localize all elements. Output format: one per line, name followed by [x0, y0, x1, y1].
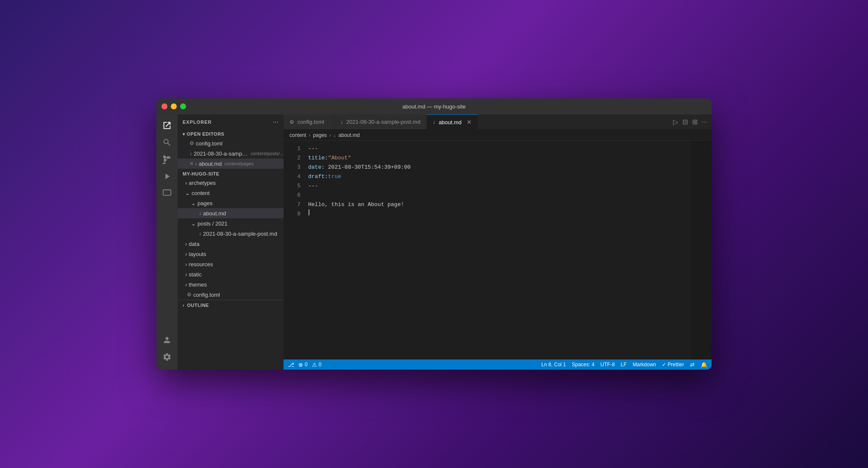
breadcrumb-file: about.md: [339, 132, 360, 138]
breadcrumb-sep-1: ›: [309, 132, 310, 138]
folder-pages-name: pages: [198, 200, 212, 206]
more-actions-icon[interactable]: ···: [702, 118, 707, 126]
status-branch[interactable]: ⎇: [288, 362, 294, 368]
status-encoding[interactable]: UTF-8: [601, 362, 615, 368]
sidebar-more-button[interactable]: ···: [273, 118, 278, 126]
tree-sample-post-name: 2021-08-30-a-sample-post.md: [203, 231, 277, 237]
run-debug-icon[interactable]: [159, 169, 175, 184]
bell-icon: 🔔: [701, 362, 707, 368]
open-editor-about-path: content/pages: [224, 161, 253, 166]
tab-config[interactable]: ⚙ config.toml: [284, 114, 334, 129]
status-right: Ln 8, Col 1 Spaces: 4 UTF-8 LF Markdown: [541, 362, 707, 368]
breadcrumb-file-icon: ↓: [334, 133, 336, 138]
code-line-1: ---: [308, 144, 690, 153]
tab-sample-post[interactable]: ↓ 2021-08-30-a-sample-post.md: [334, 114, 427, 129]
run-icon[interactable]: ▷: [673, 118, 678, 126]
language-label: Markdown: [633, 362, 656, 368]
folder-layouts[interactable]: › layouts: [178, 249, 284, 259]
file-close-icon[interactable]: ✕: [189, 161, 194, 167]
code-token: title: [308, 153, 325, 163]
sidebar-title: EXPLORER: [183, 120, 212, 125]
code-token: true: [328, 172, 341, 181]
folder-archetypes[interactable]: › archetypes: [178, 178, 284, 188]
code-token: ---: [308, 181, 318, 191]
encoding-label: UTF-8: [601, 362, 615, 368]
traffic-lights: [161, 103, 186, 109]
code-token: : 2021-08-30T15:54:39+09:00: [321, 163, 411, 172]
status-position[interactable]: Ln 8, Col 1: [541, 362, 566, 368]
file-blue-icon: ↓: [189, 150, 192, 156]
close-button[interactable]: [161, 103, 167, 109]
status-notifications[interactable]: 🔔: [701, 362, 707, 368]
status-remote[interactable]: ⇄: [690, 362, 695, 368]
chevron-right-icon-layouts: ›: [185, 251, 187, 257]
code-content[interactable]: --- title: "About" date: 2021-08-30T15:5…: [305, 141, 690, 359]
line-num-6: 6: [284, 191, 300, 200]
open-editors-chevron: ▾: [183, 132, 185, 136]
remote-explorer-icon[interactable]: [159, 186, 175, 201]
status-errors[interactable]: ⊗ 0 ⚠ 0: [298, 362, 321, 368]
tab-sample-post-icon: ↓: [340, 119, 343, 125]
tab-config-label: config.toml: [298, 119, 324, 125]
spaces-label: Spaces: 4: [572, 362, 594, 368]
line-ending-label: LF: [621, 362, 627, 368]
folder-archetypes-name: archetypes: [189, 180, 216, 186]
main-layout: EXPLORER ··· ▾ OPEN EDITORS ⚙ config.tom…: [156, 114, 712, 370]
sidebar-content: ▾ OPEN EDITORS ⚙ config.toml ↓ 2021-08-3…: [178, 130, 284, 370]
code-line-8: [308, 209, 690, 219]
folder-pages[interactable]: ⌄ pages: [178, 198, 284, 208]
folder-data[interactable]: › data: [178, 239, 284, 249]
line-num-7: 7: [284, 200, 300, 209]
status-spaces[interactable]: Spaces: 4: [572, 362, 594, 368]
status-bar: ⎇ ⊗ 0 ⚠ 0 Ln 8, Col 1 Spaces: 4: [284, 359, 712, 370]
tree-file-sample-post[interactable]: ↓ 2021-08-30-a-sample-post.md: [178, 228, 284, 239]
tab-about[interactable]: ↓ about.md ✕: [427, 114, 478, 129]
text-cursor: [309, 209, 309, 215]
status-left: ⎇ ⊗ 0 ⚠ 0: [288, 362, 321, 368]
status-formatter[interactable]: ✓ Prettier: [662, 362, 684, 368]
status-language[interactable]: Markdown: [633, 362, 656, 368]
editor-layout-icon[interactable]: ⊞: [692, 118, 698, 126]
search-icon[interactable]: [159, 135, 175, 150]
my-hugo-site-section[interactable]: MY-HUGO-SITE: [178, 169, 284, 178]
split-editor-icon[interactable]: ⊟: [682, 118, 688, 126]
open-editor-sample-post[interactable]: ↓ 2021-08-30-a-sample-post.md content/po…: [178, 148, 284, 159]
branch-icon: ⎇: [288, 362, 294, 368]
titlebar: about.md — my-hugo-site: [156, 98, 712, 114]
editor-area: ⚙ config.toml ↓ 2021-08-30-a-sample-post…: [284, 114, 712, 370]
folder-posts-2021[interactable]: ⌄ posts / 2021: [178, 218, 284, 228]
open-editor-config[interactable]: ⚙ config.toml: [178, 138, 284, 148]
line-num-4: 4: [284, 172, 300, 181]
minimize-button[interactable]: [171, 103, 177, 109]
formatter-label: ✓ Prettier: [662, 362, 684, 368]
folder-resources[interactable]: › resources: [178, 259, 284, 269]
outline-section[interactable]: › OUTLINE: [178, 300, 284, 310]
tree-file-about[interactable]: ↓ about.md: [178, 208, 284, 218]
tree-file-config[interactable]: ⚙ config.toml: [178, 290, 284, 300]
folder-themes[interactable]: › themes: [178, 279, 284, 290]
code-line-5: ---: [308, 181, 690, 191]
line-num-5: 5: [284, 181, 300, 191]
code-token: draft: [308, 172, 325, 181]
code-editor[interactable]: 1 2 3 4 5 6 7 8 --- title: "About": [284, 141, 712, 359]
position-label: Ln 8, Col 1: [541, 362, 566, 368]
explorer-icon[interactable]: [159, 118, 175, 133]
source-control-icon[interactable]: [159, 152, 175, 167]
settings-icon[interactable]: [159, 349, 175, 365]
tab-about-close[interactable]: ✕: [467, 119, 472, 125]
window-title: about.md — my-hugo-site: [402, 103, 466, 110]
account-icon[interactable]: [159, 332, 175, 348]
folder-data-name: data: [189, 241, 199, 247]
sidebar: EXPLORER ··· ▾ OPEN EDITORS ⚙ config.tom…: [178, 114, 284, 370]
open-editors-section[interactable]: ▾ OPEN EDITORS: [178, 130, 284, 138]
breadcrumb: content › pages › ↓ about.md: [284, 130, 712, 141]
vscode-window: about.md — my-hugo-site: [156, 98, 712, 370]
maximize-button[interactable]: [180, 103, 186, 109]
chevron-down-icon-posts: ⌄: [191, 220, 196, 227]
open-editor-about[interactable]: ✕ ↓ about.md content/pages: [178, 159, 284, 169]
folder-static[interactable]: › static: [178, 269, 284, 279]
chevron-right-icon-resources: ›: [185, 261, 187, 267]
status-line-ending[interactable]: LF: [621, 362, 627, 368]
folder-content[interactable]: ⌄ content: [178, 188, 284, 198]
file-about-icon: ↓: [195, 161, 197, 167]
